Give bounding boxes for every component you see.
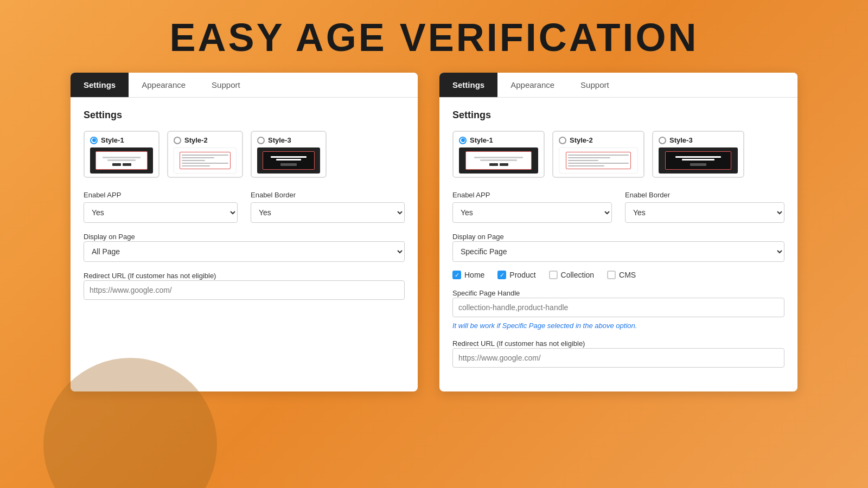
checkbox-home[interactable]: Home [452,271,484,279]
right-style-1-header: Style-1 [459,136,493,144]
left-style-3-label: Style-3 [268,136,291,144]
left-style-3-header: Style-3 [257,136,291,144]
right-enable-app-label: Enabel APP [452,191,612,199]
left-tab-settings[interactable]: Settings [71,73,129,97]
left-section-title: Settings [84,110,405,121]
right-tab-bar: Settings Appearance Support [439,73,797,98]
right-thumb-1 [459,147,538,174]
right-style-card-1[interactable]: Style-1 [452,131,545,178]
checkbox-cms-label: CMS [619,271,636,279]
right-radio-1 [459,137,467,144]
checkbox-collection-label: Collection [561,271,594,279]
checkbox-home-label: Home [464,271,484,279]
right-specific-page-label: Specific Page Handle [452,289,520,297]
right-style-2-label: Style-2 [570,136,593,144]
right-radio-3 [659,137,666,144]
right-radio-2 [559,137,566,144]
checkbox-cms[interactable]: CMS [607,271,636,279]
left-thumb-2-inner [180,152,230,169]
left-enable-border-select[interactable]: Yes No [251,202,405,223]
right-enable-app-group: Enabel APP Yes No [452,191,612,223]
right-display-page-group: Display on Page All Page Specific Page [452,232,784,262]
right-style-card-3[interactable]: Style-3 [652,131,744,178]
right-thumb-1-inner [465,151,531,170]
panels-container: Settings Appearance Support Settings Sty… [0,73,868,391]
left-redirect-input[interactable] [84,280,405,300]
left-enable-app-label: Enabel APP [84,191,238,199]
right-specific-page-group: Specific Page Handle It will be work if … [452,288,784,330]
checkbox-collection[interactable]: Collection [549,271,594,279]
checkbox-home-box [452,271,461,279]
right-style-3-header: Style-3 [659,136,693,144]
right-form-row-1: Enabel APP Yes No Enabel Border Yes No [452,191,784,223]
left-display-page-group: Display on Page All Page Specific Page [84,232,405,262]
left-redirect-label: Redirect URL (If customer has not eligib… [84,272,216,280]
left-display-page-select[interactable]: All Page Specific Page [84,241,405,262]
right-tab-settings[interactable]: Settings [439,73,497,97]
right-tab-support[interactable]: Support [567,73,622,97]
left-style-1-header: Style-1 [90,136,124,144]
left-radio-3 [257,137,265,144]
right-thumb-2 [559,147,638,174]
left-enable-app-group: Enabel APP Yes No [84,191,238,223]
panel-left: Settings Appearance Support Settings Sty… [71,73,418,391]
left-style-1-label: Style-1 [101,136,124,144]
left-tab-bar: Settings Appearance Support [71,73,418,98]
left-tab-support[interactable]: Support [199,73,253,97]
page-title: EASY AGE VERIFICATION [0,0,868,73]
right-enable-border-label: Enabel Border [625,191,784,199]
left-display-page-label: Display on Page [84,233,135,241]
right-style-2-header: Style-2 [559,136,593,144]
left-radio-2 [174,137,181,144]
checkbox-product[interactable]: Product [497,271,535,279]
left-radio-1 [90,137,98,144]
right-panel-body: Settings Style-1 [439,98,797,391]
right-style-card-2[interactable]: Style-2 [552,131,644,178]
right-style-1-label: Style-1 [470,136,493,144]
left-style-card-1[interactable]: Style-1 [84,131,159,178]
left-thumb-2 [174,147,237,174]
left-form-row-1: Enabel APP Yes No Enabel Border Yes No [84,191,405,223]
panel-right: Settings Appearance Support Settings Sty… [439,73,797,391]
right-helper-text: It will be work if Specific Page selecte… [452,322,784,330]
checkbox-product-label: Product [509,271,535,279]
left-thumb-3-inner [263,151,314,170]
checkbox-product-box [497,271,506,279]
checkbox-collection-box [549,271,558,279]
left-thumb-1 [90,147,153,174]
right-specific-page-input[interactable] [452,298,784,317]
right-enable-border-group: Enabel Border Yes No [625,191,784,223]
left-enable-border-label: Enabel Border [251,191,405,199]
right-style-selector: Style-1 [452,131,784,178]
right-enable-app-select[interactable]: Yes No [452,202,612,223]
left-style-selector: Style-1 [84,131,405,178]
right-checkbox-row: Home Product Collection CMS [452,271,784,279]
right-style-3-label: Style-3 [669,136,693,144]
right-display-page-label: Display on Page [452,233,504,241]
right-tab-appearance[interactable]: Appearance [497,73,567,97]
left-panel-body: Settings Style-1 [71,98,418,324]
left-style-2-header: Style-2 [174,136,208,144]
right-redirect-group: Redirect URL (If customer has not eligib… [452,338,784,368]
right-thumb-2-inner [566,152,631,169]
right-thumb-3 [659,147,738,174]
left-style-card-2[interactable]: Style-2 [167,131,243,178]
checkbox-cms-box [607,271,616,279]
left-thumb-1-inner [95,151,147,170]
right-redirect-label: Redirect URL (If customer has not eligib… [452,339,585,348]
left-tab-appearance[interactable]: Appearance [129,73,199,97]
left-style-card-3[interactable]: Style-3 [251,131,327,178]
left-thumb-3 [257,147,320,174]
right-thumb-3-inner [665,151,731,170]
right-section-title: Settings [452,110,784,121]
right-redirect-input[interactable] [452,348,784,368]
left-redirect-group: Redirect URL (If customer has not eligib… [84,271,405,300]
left-enable-border-group: Enabel Border Yes No [251,191,405,223]
left-style-2-label: Style-2 [184,136,208,144]
right-enable-border-select[interactable]: Yes No [625,202,784,223]
right-display-page-select[interactable]: All Page Specific Page [452,241,784,262]
left-enable-app-select[interactable]: Yes No [84,202,238,223]
